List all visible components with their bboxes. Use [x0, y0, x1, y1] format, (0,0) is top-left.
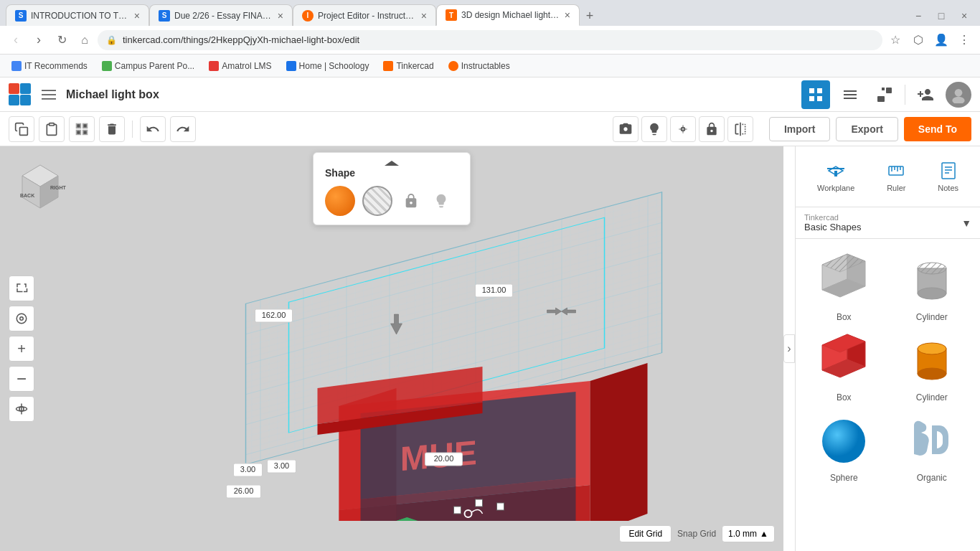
grid-view-button[interactable]: [801, 80, 830, 109]
light-button[interactable]: [641, 116, 667, 142]
bookmark-campus[interactable]: Campus Parent Po...: [96, 60, 200, 72]
snap-grid-select[interactable]: 1.0 mm ▲: [722, 525, 775, 542]
profile-button[interactable]: 👤: [931, 30, 951, 50]
solid-shape-option[interactable]: [325, 186, 355, 216]
tab-3-title: Project Editor - Instructables: [318, 11, 417, 21]
lock-button[interactable]: [699, 116, 725, 142]
add-user-button[interactable]: [911, 80, 940, 109]
tab-4[interactable]: T 3D design Michael light box | Ti... ×: [436, 4, 580, 26]
bookmark-instructables[interactable]: Instructables: [443, 60, 516, 72]
minimize-button[interactable]: −: [908, 6, 928, 26]
ruler-tool-button[interactable]: Ruler: [879, 155, 913, 198]
notes-label: Notes: [938, 184, 958, 192]
bookmark-label: Tinkercad: [396, 61, 433, 71]
orbit-button[interactable]: [9, 396, 34, 422]
svg-marker-34: [590, 363, 648, 521]
tab-2[interactable]: S Due 2/26 - Essay FINAL DRAFT ... ×: [149, 4, 293, 26]
shapes-library-dropdown[interactable]: Tinkercad Basic Shapes ▼: [796, 207, 980, 239]
menu-button[interactable]: [37, 83, 60, 106]
delete-button[interactable]: [99, 116, 125, 142]
mirror-button[interactable]: [727, 116, 753, 142]
view-toolbar: [613, 116, 753, 142]
address-bar[interactable]: 🔒 tinkercad.com/things/2HkeppQjyXh-micha…: [98, 30, 882, 50]
bookmark-it-recommends[interactable]: IT Recommends: [6, 60, 93, 72]
svg-point-88: [822, 420, 865, 463]
snap-grid-label: Snap Grid: [677, 529, 716, 539]
fit-to-view-button[interactable]: [9, 276, 34, 301]
svg-rect-41: [497, 503, 504, 510]
undo-button[interactable]: [140, 116, 166, 142]
bookmark-schoology[interactable]: Home | Schoology: [281, 60, 375, 72]
tab-4-close[interactable]: ×: [565, 9, 570, 21]
zoom-out-button[interactable]: −: [9, 366, 34, 392]
panel-collapse-btn[interactable]: [383, 157, 400, 170]
bookmark-amatrol[interactable]: Amatrol LMS: [203, 60, 277, 72]
hole-shape-option[interactable]: [362, 186, 392, 216]
bookmark-tinkercad[interactable]: Tinkercad: [377, 60, 439, 72]
cylinder-gray-preview: [900, 250, 964, 308]
shape-light-icon[interactable]: [430, 189, 453, 212]
tab-1[interactable]: S INTRODUCTION TO TECHNOLOG... ×: [6, 4, 149, 26]
bookmark-button[interactable]: ☆: [885, 30, 905, 50]
header-right: [801, 80, 971, 109]
nav-cube[interactable]: RIGHT BACK: [11, 158, 69, 215]
tab-1-close[interactable]: ×: [134, 10, 140, 22]
shape-item-box-red[interactable]: Box: [804, 331, 884, 402]
back-button[interactable]: ‹: [6, 30, 26, 50]
logo-cell-t: [9, 83, 19, 94]
svg-rect-60: [827, 168, 844, 169]
extensions-button[interactable]: ⬡: [908, 30, 928, 50]
maximize-button[interactable]: □: [931, 6, 951, 26]
shape-item-sphere[interactable]: Sphere: [804, 411, 884, 483]
export-button[interactable]: Export: [836, 117, 897, 141]
group-button[interactable]: [69, 116, 95, 142]
notes-tool-button[interactable]: Notes: [930, 155, 966, 198]
tab-3-close[interactable]: ×: [421, 10, 427, 22]
tab-3[interactable]: I Project Editor - Instructables ×: [293, 4, 436, 26]
new-tab-button[interactable]: +: [580, 6, 600, 26]
logo-cell-i: [20, 83, 31, 94]
organic-preview: [900, 411, 964, 468]
shape-item-organic[interactable]: Organic: [892, 411, 972, 483]
svg-text:20.00: 20.00: [434, 454, 454, 463]
forward-button[interactable]: ›: [29, 30, 49, 50]
redo-button[interactable]: [170, 116, 196, 142]
zoom-in-button[interactable]: +: [9, 336, 34, 362]
shape-item-cylinder-gray[interactable]: Cylinder: [892, 250, 972, 322]
shape-item-box-gray[interactable]: Box: [804, 250, 884, 322]
workplane-tool-button[interactable]: Workplane: [810, 155, 862, 198]
close-browser-button[interactable]: ×: [954, 6, 974, 26]
svg-rect-11: [20, 127, 28, 135]
svg-rect-3: [809, 88, 814, 93]
shape-lock-icon[interactable]: [400, 189, 423, 212]
bookmark-label: IT Recommends: [24, 61, 88, 71]
cylinder-gray-label: Cylinder: [916, 312, 948, 322]
shapes-tool-button[interactable]: [670, 116, 696, 142]
svg-rect-2: [42, 98, 56, 100]
shape-item-cylinder-orange[interactable]: Cylinder: [892, 331, 972, 402]
import-button[interactable]: Import: [769, 117, 831, 141]
cylinder-orange-preview: [900, 331, 964, 388]
svg-rect-13: [77, 124, 80, 127]
camera-button[interactable]: [613, 116, 639, 142]
duplicate-button[interactable]: [9, 116, 34, 142]
blocks-button[interactable]: [870, 80, 899, 109]
canvas-area[interactable]: RIGHT BACK + −: [0, 146, 783, 551]
home-button[interactable]: ⌂: [75, 30, 95, 50]
edit-grid-button[interactable]: Edit Grid: [619, 525, 672, 542]
send-to-button[interactable]: Send To: [904, 117, 971, 141]
build-button[interactable]: [836, 80, 864, 109]
tab-2-close[interactable]: ×: [278, 10, 283, 22]
svg-rect-63: [889, 166, 903, 175]
more-button[interactable]: ⋮: [954, 30, 974, 50]
panel-toolbar: Workplane Ruler: [796, 146, 980, 207]
reload-button[interactable]: ↻: [52, 30, 72, 50]
paste-button[interactable]: [39, 116, 65, 142]
panel-collapse-toggle[interactable]: ›: [783, 334, 795, 363]
svg-rect-14: [77, 131, 80, 133]
profile-avatar[interactable]: [946, 82, 971, 108]
svg-rect-39: [454, 507, 461, 514]
url-text: tinkercad.com/things/2HkeppQjyXh-michael…: [123, 34, 874, 45]
focus-button[interactable]: [9, 306, 34, 331]
svg-point-23: [20, 317, 24, 321]
